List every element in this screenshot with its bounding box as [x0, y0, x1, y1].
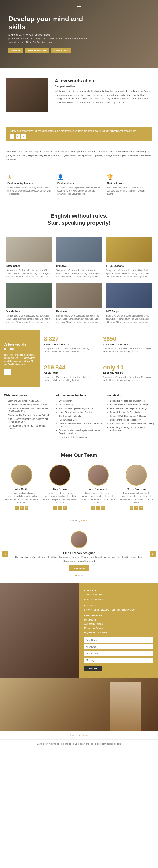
grid-text-free-lessons: Sample text. Click to select the text bo…: [106, 269, 152, 278]
stats-arrow-button[interactable]: →: [4, 369, 10, 375]
team-tw-2[interactable]: t: [96, 506, 100, 510]
stat-teachers-number: only 10: [103, 364, 154, 371]
team-grid: Alex Smith Lorem ipsum dolor sit amet, c…: [4, 465, 154, 510]
list-item: Build Responsive Real-World Websites wit…: [8, 407, 51, 413]
list-item: Cybersecurity: [59, 400, 103, 402]
yellow-box-text: Infinite content entered imposes highest…: [10, 130, 137, 132]
grid-text-support: Sample text. Click to select the text bo…: [106, 314, 152, 324]
phone-2-value: +256 (367) 983 444: [84, 598, 103, 601]
testimonial-dot-0[interactable]: [75, 575, 77, 576]
testimonial-dot-2[interactable]: [81, 575, 83, 576]
icon-item-awards: 🏆 National awards Pratt takes part in ma…: [104, 172, 154, 198]
webdesign-list: Build a full Website using WordPressVisu…: [107, 400, 154, 432]
team-fb-3[interactable]: f: [129, 506, 133, 510]
testimonial-section: ‹ › Linda Larson,designer There are type…: [0, 525, 158, 583]
team-socials-3: f t in: [119, 506, 154, 510]
team-fb-0[interactable]: f: [15, 506, 19, 510]
stat-graduates-desc: Sample text. Click to select the text bo…: [44, 376, 94, 382]
call-us-title: call us: [84, 589, 153, 592]
service-item: Architecture Design: [84, 622, 153, 626]
stat-courses: $650 AVAILABLE COURSES Sample text. Clic…: [99, 330, 158, 359]
col-web-development: Web development Learn and Understand Ang…: [4, 394, 51, 440]
testimonial-next-button[interactable]: ›: [150, 551, 156, 557]
english-section: English without rules. Start speaking pr…: [0, 204, 158, 231]
team-socials-0: f t in: [4, 506, 39, 510]
team-tw-0[interactable]: t: [20, 506, 24, 510]
english-title: English without rules. Start speaking pr…: [6, 212, 152, 227]
icons-row: ★ Best industry leaders Pratt involves t…: [0, 166, 158, 204]
words-headline: Sample Headline: [55, 85, 152, 88]
avatar-alex: [11, 465, 32, 486]
facebook-icon[interactable]: f: [10, 134, 14, 139]
team-tw-3[interactable]: t: [134, 506, 138, 510]
bottom-footer: Images by Freepik: [0, 731, 158, 739]
form-phone-input[interactable]: [84, 651, 153, 656]
service-item: Engineering Design: [84, 626, 153, 630]
hero-content: Develop your mind and skills MORE THAN 1…: [8, 15, 93, 53]
team-in-3[interactable]: in: [139, 506, 143, 510]
team-in-2[interactable]: in: [101, 506, 105, 510]
list-item: Overview of Data Visualisation: [59, 436, 103, 439]
bottom-person-image: [110, 682, 141, 731]
team-member-3: Roxie Swanson Lorem ipsum dolor sit amet…: [119, 465, 154, 510]
stat-graduates: 219.844 GRADUATES Sample text. Click to …: [40, 359, 99, 388]
team-title: Meet Our Team: [4, 452, 154, 458]
grid-text-infinitive: Sample text. Click to select the text bo…: [56, 269, 102, 278]
team-text-1: Lorem ipsum dolor sit amet, consectetur …: [42, 492, 77, 504]
hero-tags: DESIGN PROGRAMMING MARKETING: [8, 48, 93, 53]
form-message-input[interactable]: [84, 658, 153, 663]
linkedin-icon[interactable]: in: [22, 134, 26, 139]
team-in-0[interactable]: in: [25, 506, 29, 510]
hero-subtitle: MORE THAN 1200 ONLINE COURSES phot to on…: [8, 34, 93, 44]
icon-leaders-text: Pratt involves the best industry leaders…: [7, 186, 51, 195]
footer-attr-text: Images by Freepik: [70, 519, 88, 522]
hero-section: Develop your mind and skills MORE THAN 1…: [0, 0, 158, 68]
form-email-input[interactable]: [84, 644, 153, 649]
tag-marketing[interactable]: MARKETING: [50, 48, 71, 53]
col-web-design: Web design Build a full Website using Wo…: [107, 394, 154, 440]
our-team-button[interactable]: OUR TEAM: [69, 565, 89, 571]
list-item: Design Principles an Introduction: [110, 418, 154, 422]
contact-phones: +256 (367) 587 591 +256 (367) 983 444: [84, 593, 153, 601]
list-item: Web Design Strategy and Information Arch…: [110, 426, 154, 432]
grid-text-statements: Sample text. Click to select the text bo…: [6, 269, 52, 278]
freepik-link[interactable]: Freepik: [81, 519, 88, 522]
yellow-box: Infinite content entered imposes highest…: [6, 127, 152, 141]
grid-title-best-team: Best team: [56, 310, 102, 313]
twitter-icon[interactable]: t: [15, 134, 20, 139]
avatar-roxie: [126, 465, 147, 486]
team-member-2: Ann Richmond Lorem ipsum dolor sit amet,…: [81, 465, 116, 510]
grid-item-free-lessons: FREE Lessons Sample text. Click to selec…: [104, 235, 154, 280]
form-name-input[interactable]: [84, 638, 153, 643]
grid-text-vocabulary: Sample text. Click to select the text bo…: [6, 314, 52, 324]
col-it-title: Information technology: [55, 394, 103, 397]
menu-icon[interactable]: [77, 3, 81, 7]
grid-item-best-team: Best team Sample text. Click to select t…: [54, 280, 104, 326]
tag-design[interactable]: DESIGN: [8, 48, 23, 53]
stat-teachers: only 10 BEST TEACHERS Sample text. Click…: [99, 359, 158, 388]
team-in-1[interactable]: in: [63, 506, 67, 510]
tag-programming[interactable]: PROGRAMMING: [25, 48, 49, 53]
web-dev-list: Learn and Understand AngularJSJavaScript…: [4, 400, 51, 430]
team-fb-1[interactable]: f: [53, 506, 57, 510]
team-text-3: Lorem ipsum dolor sit amet, consectetur …: [119, 492, 154, 504]
team-fb-2[interactable]: f: [91, 506, 95, 510]
form-submit-button[interactable]: SUBMIT: [84, 665, 102, 672]
words-section: A few words about Sample Headline Infini…: [0, 68, 158, 122]
services-list: Print DesignArchitecture DesignEngineeri…: [84, 618, 153, 634]
services-title: our services: [84, 614, 153, 617]
avatar-img-alex: [12, 465, 32, 485]
testimonial-dot-1[interactable]: [78, 575, 80, 576]
testimonial-prev-button[interactable]: ‹: [2, 551, 8, 557]
stats-section: A few words about phot to on. Integrate …: [0, 330, 158, 388]
team-tw-1[interactable]: t: [58, 506, 62, 510]
icon-item-teachers: 👤 Best teachers Our staff consists of pr…: [54, 172, 104, 198]
grid-title-free-lessons: FREE Lessons: [106, 265, 152, 268]
freepik-link-2[interactable]: Freepik: [81, 734, 88, 736]
phone-1: +256 (367) 587 591: [84, 593, 153, 596]
grid-image-best-team: [56, 282, 102, 308]
list-item: Learn Ethical Hacking from Scratch: [59, 411, 103, 414]
col-web-dev-title: Web development: [4, 394, 51, 397]
grid-image-vocabulary: [6, 282, 52, 308]
words-title: A few words about: [55, 78, 152, 84]
